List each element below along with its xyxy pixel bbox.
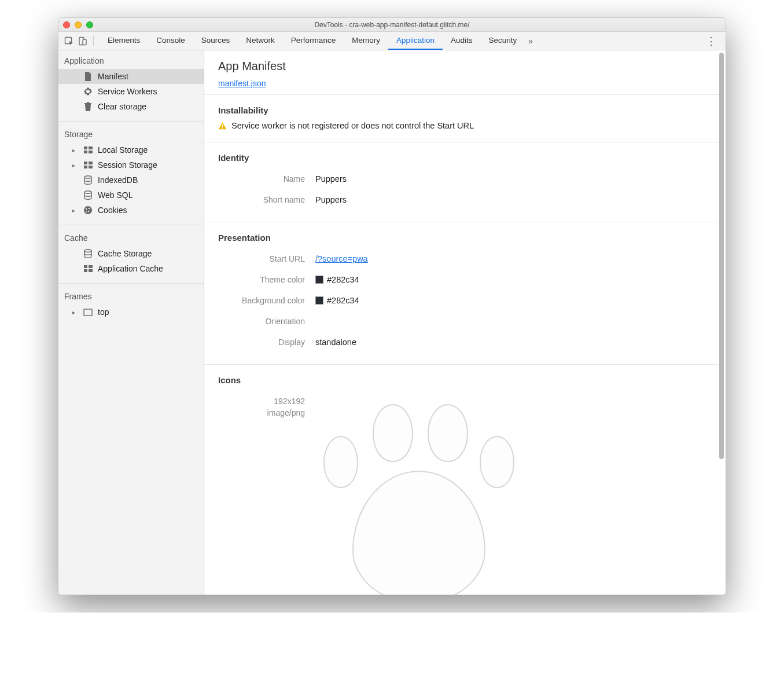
sidebar-section-frames: Frames	[58, 286, 204, 305]
db-icon	[83, 175, 93, 185]
bg-value: #282c34	[327, 296, 359, 305]
icon-size: 192x192	[218, 395, 305, 407]
expand-icon[interactable]: ▸	[72, 309, 78, 316]
identity-heading: Identity	[218, 153, 705, 163]
zoom-window-button[interactable]	[86, 21, 93, 28]
inspect-icon[interactable]	[62, 34, 76, 48]
sidebar-item-clear[interactable]: ▸Clear storage	[58, 99, 204, 114]
tab-audits[interactable]: Audits	[443, 32, 481, 50]
sidebar-item-local[interactable]: ▸Local Storage	[58, 142, 204, 157]
tab-memory[interactable]: Memory	[344, 32, 388, 50]
panel-tabs: ElementsConsoleSourcesNetworkPerformance…	[100, 32, 525, 50]
name-label: Name	[218, 174, 305, 184]
svg-rect-23	[84, 309, 92, 316]
sidebar-item-label: Clear storage	[98, 102, 146, 111]
warning-icon	[218, 122, 227, 130]
icons-heading: Icons	[218, 375, 705, 385]
installability-section: Installability Service worker is not reg…	[204, 95, 719, 142]
svg-rect-4	[89, 146, 93, 149]
tab-elements[interactable]: Elements	[100, 32, 148, 50]
manifest-header: App Manifest manifest.json	[204, 50, 719, 95]
manifest-link[interactable]: manifest.json	[218, 79, 266, 88]
svg-point-18	[84, 250, 91, 252]
sidebar-item-websql[interactable]: ▸Web SQL	[58, 188, 204, 203]
svg-point-15	[89, 208, 90, 209]
cookie-icon	[83, 205, 93, 215]
icon-mime: image/png	[218, 407, 305, 419]
presentation-heading: Presentation	[218, 233, 705, 243]
expand-icon[interactable]: ▸	[72, 207, 78, 214]
svg-rect-10	[89, 166, 93, 168]
theme-label: Theme color	[218, 275, 305, 284]
tab-security[interactable]: Security	[481, 32, 525, 50]
tab-performance[interactable]: Performance	[283, 32, 344, 50]
sidebar-item-top[interactable]: ▸top	[58, 305, 204, 320]
starturl-link[interactable]: /?source=pwa	[315, 254, 368, 263]
svg-rect-24	[222, 124, 223, 127]
vertical-scrollbar[interactable]	[719, 52, 724, 593]
more-tabs-icon[interactable]: »	[525, 36, 536, 46]
file-icon	[83, 71, 93, 82]
sidebar-item-manifest[interactable]: ▸Manifest	[58, 69, 204, 84]
identity-section: Identity NamePuppers Short namePuppers	[204, 142, 719, 222]
window-title: DevTools - cra-web-app-manifest-defaut.g…	[58, 21, 726, 29]
expand-icon[interactable]: ▸	[72, 147, 78, 153]
bg-label: Background color	[218, 296, 305, 305]
tab-sources[interactable]: Sources	[193, 32, 238, 50]
minimize-window-button[interactable]	[75, 21, 82, 28]
sidebar-item-session[interactable]: ▸Session Storage	[58, 157, 204, 173]
sidebar-item-label: Local Storage	[98, 145, 148, 155]
sidebar-item-cachestore[interactable]: ▸Cache Storage	[58, 246, 204, 261]
name-value: Puppers	[315, 174, 347, 184]
svg-rect-20	[89, 265, 93, 268]
tab-application[interactable]: Application	[388, 32, 443, 50]
svg-rect-8	[89, 162, 93, 164]
device-toggle-icon[interactable]	[76, 34, 90, 48]
expand-icon[interactable]: ▸	[72, 162, 78, 168]
svg-rect-22	[89, 269, 93, 272]
display-label: Display	[218, 338, 305, 347]
db-icon	[83, 190, 93, 200]
bg-swatch	[315, 296, 323, 305]
warning-text: Service worker is not registered or does…	[231, 121, 474, 130]
orientation-label: Orientation	[218, 317, 305, 326]
sidebar-item-sw[interactable]: ▸Service Workers	[58, 84, 204, 99]
display-value: standalone	[315, 338, 356, 347]
manifest-panel: App Manifest manifest.json Installabilit…	[204, 50, 726, 595]
sidebar-item-label: Cache Storage	[98, 249, 152, 258]
sidebar-item-label: Application Cache	[98, 264, 163, 273]
tab-network[interactable]: Network	[238, 32, 283, 50]
gear-icon	[83, 86, 93, 97]
sidebar-section-storage: Storage	[58, 124, 204, 142]
svg-rect-19	[84, 265, 87, 268]
titlebar: DevTools - cra-web-app-manifest-defaut.g…	[58, 18, 726, 32]
sidebar-item-idb[interactable]: ▸IndexedDB	[58, 173, 204, 188]
svg-rect-21	[84, 269, 87, 272]
svg-point-12	[84, 191, 91, 194]
db-icon	[83, 248, 93, 259]
presentation-section: Presentation Start URL/?source=pwa Theme…	[204, 222, 719, 365]
sidebar-item-appcache[interactable]: ▸Application Cache	[58, 261, 204, 276]
scrollbar-thumb[interactable]	[719, 53, 724, 459]
manifest-title: App Manifest	[218, 60, 705, 73]
installability-heading: Installability	[218, 105, 705, 115]
kebab-menu-icon[interactable]: ⋮	[700, 35, 722, 47]
close-window-button[interactable]	[63, 21, 70, 28]
devtools-window: DevTools - cra-web-app-manifest-defaut.g…	[58, 17, 726, 595]
toolbar: ElementsConsoleSourcesNetworkPerformance…	[58, 32, 726, 50]
tab-console[interactable]: Console	[148, 32, 193, 50]
svg-rect-9	[84, 166, 87, 168]
starturl-label: Start URL	[218, 254, 305, 263]
sidebar-item-cookies[interactable]: ▸Cookies	[58, 203, 204, 218]
sidebar-section-application: Application	[58, 50, 204, 69]
trash-icon	[83, 101, 93, 112]
sidebar-item-label: Manifest	[98, 72, 128, 81]
grid-icon	[83, 145, 93, 155]
svg-rect-5	[84, 151, 87, 153]
toolbar-separator	[93, 36, 94, 46]
grid-icon	[83, 263, 93, 274]
shortname-label: Short name	[218, 195, 305, 204]
svg-rect-6	[89, 151, 93, 153]
svg-point-14	[86, 208, 87, 210]
application-sidebar: Application▸Manifest▸Service Workers▸Cle…	[58, 50, 204, 595]
